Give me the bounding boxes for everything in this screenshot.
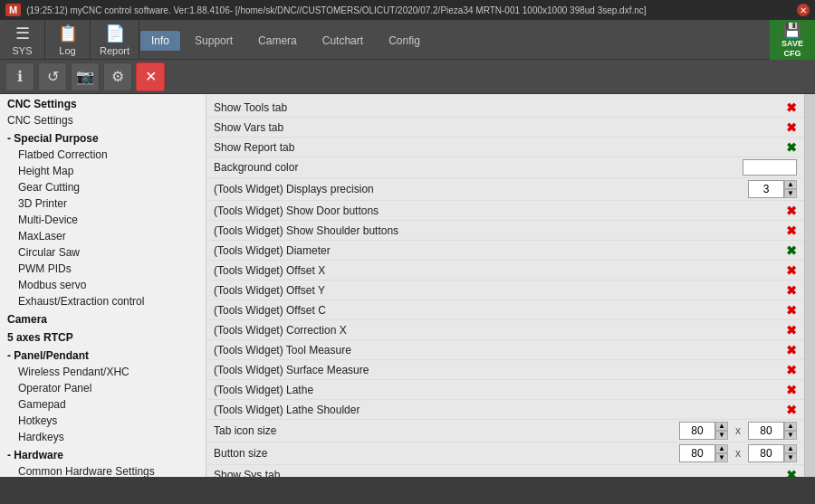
check-icon-14[interactable]: ✖: [786, 383, 797, 397]
row-label-9: (Tools Widget) Offset Y: [214, 284, 786, 297]
row-label-4: (Tools Widget) Displays precision: [214, 183, 748, 195]
row-label-3: Background color: [214, 161, 743, 174]
sidebar-item-17[interactable]: Gamepad: [0, 396, 206, 413]
check-icon-15[interactable]: ✖: [786, 403, 797, 417]
reload-icon-btn[interactable]: ↺: [38, 62, 67, 91]
content-row-6: (Tools Widget) Show Shoulder buttons✖: [206, 221, 804, 241]
info-icon-btn[interactable]: ℹ: [5, 62, 34, 91]
spinner1-input-17[interactable]: [679, 444, 715, 462]
row-label-1: Show Vars tab: [214, 121, 786, 134]
save-cfg-button[interactable]: 💾 SAVECFG: [770, 20, 815, 60]
spinner2-input-17[interactable]: [748, 444, 784, 462]
sidebar-item-19[interactable]: Hardkeys: [0, 429, 206, 445]
row-label-18: Show Sys tab: [214, 469, 786, 478]
sidebar-item-20[interactable]: - Hardware: [0, 445, 206, 463]
spinner2-up-17[interactable]: ▲: [784, 444, 797, 453]
check-icon-8[interactable]: ✖: [786, 263, 797, 278]
tab-info[interactable]: Info: [139, 30, 181, 51]
sidebar-item-3[interactable]: Height Map: [0, 163, 206, 179]
sidebar-item-6[interactable]: Multi-Device: [0, 212, 206, 228]
tab-camera[interactable]: Camera: [246, 30, 309, 51]
content-row-13: (Tools Widget) Surface Measure✖: [206, 360, 804, 380]
spinner-up-4[interactable]: ▲: [784, 180, 797, 189]
toolbar-report-label: Report: [100, 45, 129, 56]
row-value-12: ✖: [786, 343, 797, 357]
tab-support[interactable]: Support: [183, 30, 244, 51]
row-value-2: ✖: [786, 140, 797, 155]
toolbar-sys[interactable]: ☰ SYS: [0, 20, 45, 59]
check-icon-10[interactable]: ✖: [786, 303, 797, 318]
check-icon-11[interactable]: ✖: [786, 323, 797, 338]
sidebar-item-8[interactable]: Circular Saw: [0, 244, 206, 261]
content-row-10: (Tools Widget) Offset C✖: [206, 300, 804, 320]
sidebar-item-18[interactable]: Hotkeys: [0, 413, 206, 429]
color-picker-3[interactable]: [743, 159, 797, 176]
tab-cutchart[interactable]: Cutchart: [311, 30, 375, 51]
sidebar-item-13[interactable]: 5 axes RTCP: [0, 328, 206, 346]
spinner2-input-16[interactable]: [748, 422, 784, 440]
spinner-down-4[interactable]: ▼: [784, 189, 797, 198]
check-icon-5[interactable]: ✖: [786, 204, 797, 218]
sidebar-item-0[interactable]: CNC Settings: [0, 112, 206, 128]
scrollbar[interactable]: [804, 94, 815, 477]
spinner1-input-16[interactable]: [679, 422, 715, 440]
content-row-5: (Tools Widget) Show Door buttons✖: [206, 201, 804, 221]
check-icon-13[interactable]: ✖: [786, 363, 797, 377]
sidebar-item-11[interactable]: Exhaust/Extraction control: [0, 293, 206, 309]
sidebar-item-16[interactable]: Operator Panel: [0, 380, 206, 396]
camera-icon-btn[interactable]: 📷: [71, 62, 100, 91]
main-area: CNC Settings CNC Settings- Special Purpo…: [0, 94, 815, 477]
content-row-3: Background color: [206, 157, 804, 178]
spinner-input-4[interactable]: [748, 180, 784, 198]
settings-icon-btn[interactable]: ⚙: [103, 62, 132, 91]
sidebar-item-15[interactable]: Wireless Pendant/XHC: [0, 364, 206, 380]
spinner2-down-17[interactable]: ▼: [784, 453, 797, 462]
sidebar-item-10[interactable]: Modbus servo: [0, 277, 206, 293]
toolbar-report[interactable]: 📄 Report: [91, 20, 139, 59]
toolbar-log[interactable]: 📋 Log: [45, 20, 91, 59]
row-label-6: (Tools Widget) Show Shoulder buttons: [214, 224, 786, 237]
row-value-7: ✖: [786, 243, 797, 258]
row-value-4: ▲▼: [748, 180, 797, 198]
tab-config[interactable]: Config: [377, 30, 432, 51]
check-icon-7[interactable]: ✖: [786, 243, 797, 258]
spinner2-up-16[interactable]: ▲: [784, 422, 797, 431]
check-icon-0[interactable]: ✖: [786, 100, 797, 115]
icon-bar: ℹ ↺ 📷 ⚙ ✕: [0, 60, 815, 94]
spinner1-down-17[interactable]: ▼: [715, 453, 728, 462]
sidebar-item-7[interactable]: MaxLaser: [0, 228, 206, 244]
config-icon-btn[interactable]: ✕: [136, 62, 165, 91]
spinner2-down-16[interactable]: ▼: [784, 431, 797, 440]
check-icon-1[interactable]: ✖: [786, 120, 797, 135]
sidebar-item-5[interactable]: 3D Printer: [0, 195, 206, 212]
row-value-13: ✖: [786, 363, 797, 377]
sidebar: CNC Settings CNC Settings- Special Purpo…: [0, 94, 206, 477]
check-icon-2[interactable]: ✖: [786, 140, 797, 155]
sidebar-item-12[interactable]: Camera: [0, 309, 206, 328]
sidebar-item-4[interactable]: Gear Cutting: [0, 179, 206, 195]
sidebar-item-21[interactable]: Common Hardware Settings: [0, 463, 206, 477]
spinner1-up-17[interactable]: ▲: [715, 444, 728, 453]
check-icon-9[interactable]: ✖: [786, 283, 797, 298]
check-icon-6[interactable]: ✖: [786, 223, 797, 238]
row-label-16: Tab icon size: [214, 424, 679, 437]
content-row-15: (Tools Widget) Lathe Shoulder✖: [206, 400, 804, 420]
content-row-4: (Tools Widget) Displays precision▲▼: [206, 178, 804, 201]
sidebar-item-2[interactable]: Flatbed Correction: [0, 147, 206, 163]
sidebar-item-14[interactable]: - Panel/Pendant: [0, 346, 206, 364]
row-label-11: (Tools Widget) Correction X: [214, 324, 786, 337]
sidebar-item-1[interactable]: - Special Purpose: [0, 128, 206, 147]
row-value-15: ✖: [786, 403, 797, 417]
check-icon-12[interactable]: ✖: [786, 343, 797, 357]
check-icon-18[interactable]: ✖: [786, 468, 797, 478]
spinner1-up-16[interactable]: ▲: [715, 422, 728, 431]
dual-spinner2-16: ▲▼: [748, 422, 797, 440]
content-row-9: (Tools Widget) Offset Y✖: [206, 281, 804, 300]
spinner1-down-16[interactable]: ▼: [715, 431, 728, 440]
app-title: (19:25:12) myCNC control software. Ver:1…: [26, 5, 646, 15]
row-label-8: (Tools Widget) Offset X: [214, 264, 786, 277]
sidebar-item-9[interactable]: PWM PIDs: [0, 261, 206, 277]
report-icon: 📄: [105, 24, 125, 43]
row-value-17: ▲▼x▲▼: [679, 444, 797, 462]
close-button[interactable]: ✕: [797, 4, 810, 16]
